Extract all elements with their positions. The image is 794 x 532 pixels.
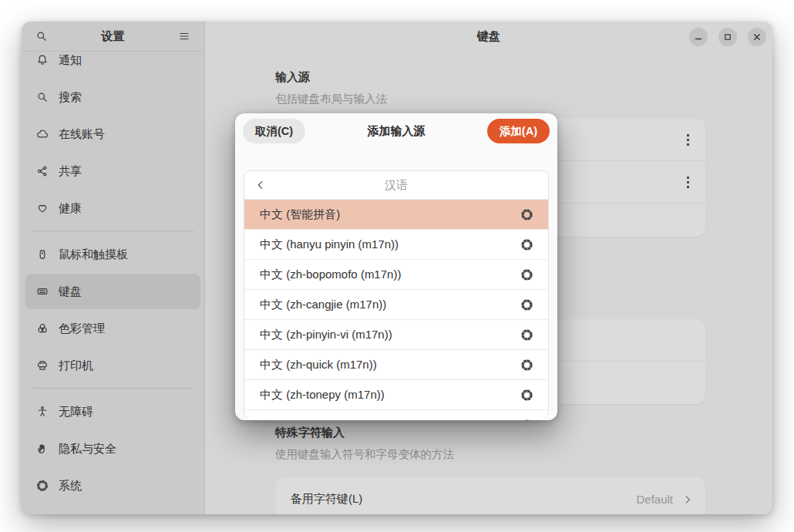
preferences-gear-icon[interactable] [517, 205, 536, 224]
minimize-icon[interactable] [689, 28, 708, 46]
list-item[interactable]: 中文 (zh-pinyin-vi (m17n)) [244, 320, 548, 350]
preferences-gear-icon[interactable] [517, 355, 536, 374]
close-icon[interactable] [748, 28, 766, 46]
back-icon[interactable] [249, 173, 272, 197]
list-item[interactable]: 中文 (zh-bopomofo (m17n)) [244, 260, 548, 290]
list-item[interactable]: 中文 (zh-tonepy (m17n)) [244, 380, 548, 410]
category-header-row: 汉语 [244, 171, 548, 200]
category-header: 汉语 [244, 178, 548, 193]
input-sources-desc: 包括键盘布局与输入法 [275, 92, 705, 106]
main-header: 键盘 [205, 22, 772, 52]
alternate-chars-row[interactable]: 备用字符键(L) Default [275, 477, 705, 514]
sidebar-item-label: 色彩管理 [59, 322, 105, 336]
hamburger-menu-icon[interactable] [173, 25, 195, 47]
sidebar-item-mouse-touchpad[interactable]: 鼠标和触摸板 [25, 237, 200, 272]
hand-icon [36, 443, 49, 455]
gear-icon [36, 480, 49, 492]
sidebar-item-label: 通知 [59, 53, 82, 68]
maximize-icon[interactable] [718, 28, 737, 46]
sidebar-item-label: 隐私与安全 [59, 442, 116, 456]
mouse-icon [36, 248, 49, 261]
input-sources-heading: 输入源 [275, 70, 705, 85]
list-item[interactable]: 中文 (zh-quick (m17n)) [244, 350, 548, 380]
sidebar-item-notifications[interactable]: 通知 [25, 52, 200, 78]
sidebar-item-wellbeing[interactable]: 健康 [25, 190, 200, 226]
window-controls [689, 28, 766, 46]
printer-icon [36, 359, 49, 372]
alternate-chars-value: Default [636, 493, 673, 506]
special-chars-heading: 特殊字符输入 [275, 426, 705, 440]
sidebar-divider [32, 388, 193, 389]
sidebar-item-label: 键盘 [59, 285, 82, 299]
search-icon[interactable] [31, 25, 52, 47]
preferences-gear-icon[interactable] [517, 325, 536, 344]
kebab-menu-icon[interactable] [680, 174, 695, 190]
input-source-list: 汉语 中文 (智能拼音) 中文 (hanyu pinyin (m17n)) 中文… [244, 170, 549, 420]
cloud-icon [36, 128, 49, 140]
alternate-chars-card: 备用字符键(L) Default [275, 477, 705, 514]
cancel-button[interactable]: 取消(C) [243, 119, 305, 143]
sidebar-item-privacy[interactable]: 隐私与安全 [25, 431, 200, 466]
preferences-gear-icon[interactable] [517, 416, 536, 420]
wellbeing-icon [36, 202, 49, 214]
sidebar-list: 通知 搜索 在线账号 共享 健康 鼠标和触摸板 [22, 52, 204, 514]
preferences-gear-icon[interactable] [517, 386, 536, 404]
sidebar-item-system[interactable]: 系统 [25, 468, 200, 503]
dialog-header: 取消(C) 添加输入源 添加(A) [235, 113, 557, 149]
sidebar-item-label: 无障碍 [59, 405, 93, 419]
alternate-chars-label: 备用字符键(L) [291, 492, 636, 507]
sidebar-item-label: 鼠标和触摸板 [59, 247, 128, 262]
sidebar-item-search[interactable]: 搜索 [25, 79, 200, 115]
color-icon [36, 322, 49, 335]
sidebar-item-label: 共享 [59, 164, 82, 179]
list-item[interactable]: 中文 (智能拼音) [244, 200, 548, 230]
bell-icon [36, 54, 49, 66]
sidebar-title: 设置 [52, 29, 173, 44]
sidebar-item-label: 打印机 [59, 359, 93, 373]
sidebar-item-label: 系统 [59, 479, 82, 493]
add-button[interactable]: 添加(A) [487, 119, 550, 143]
add-input-source-dialog: 取消(C) 添加输入源 添加(A) 汉语 中文 (智能拼音) 中文 (hanyu… [235, 113, 557, 420]
kebab-menu-icon[interactable] [680, 132, 695, 147]
list-item-partial[interactable] [244, 410, 548, 420]
list-item[interactable]: 中文 (hanyu pinyin (m17n)) [244, 230, 548, 260]
preferences-gear-icon[interactable] [517, 235, 536, 254]
search-icon [36, 91, 49, 103]
page-title: 键盘 [477, 29, 500, 44]
sidebar-item-accessibility[interactable]: 无障碍 [25, 394, 200, 429]
keyboard-icon [36, 285, 49, 298]
preferences-gear-icon[interactable] [517, 295, 536, 314]
special-chars-desc: 使用键盘输入符号和字母变体的方法 [275, 447, 705, 462]
sidebar-item-printers[interactable]: 打印机 [25, 348, 200, 383]
dialog-title: 添加输入源 [305, 124, 487, 139]
sidebar-item-label: 健康 [59, 201, 82, 216]
sidebar-item-keyboard[interactable]: 键盘 [25, 274, 200, 309]
preferences-gear-icon[interactable] [517, 265, 536, 284]
sidebar-item-color[interactable]: 色彩管理 [25, 311, 200, 346]
accessibility-icon [36, 406, 49, 418]
sidebar-item-online-accounts[interactable]: 在线账号 [25, 116, 200, 152]
settings-window: 设置 通知 搜索 在线账号 共享 健康 [22, 22, 772, 514]
sidebar: 设置 通知 搜索 在线账号 共享 健康 [22, 22, 205, 514]
sidebar-divider [32, 231, 193, 231]
share-icon [36, 165, 49, 177]
sidebar-item-label: 搜索 [59, 90, 82, 105]
sidebar-item-sharing[interactable]: 共享 [25, 153, 200, 189]
sidebar-header: 设置 [22, 22, 204, 52]
sidebar-item-label: 在线账号 [59, 127, 105, 142]
list-item[interactable]: 中文 (zh-cangjie (m17n)) [244, 290, 548, 320]
chevron-right-icon [682, 494, 693, 505]
